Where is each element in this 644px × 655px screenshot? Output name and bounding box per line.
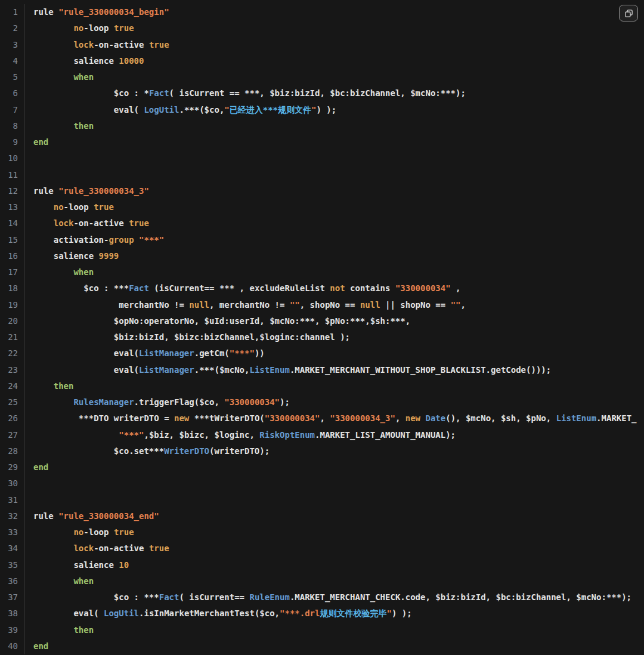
code-text	[24, 150, 644, 166]
code-token: .MARKET_MERCHANT_CHECK.code, $biz:bizId,…	[290, 592, 631, 602]
code-line: 22 eval(ListManager.getCm("***"))	[0, 345, 644, 362]
copy-icon	[624, 9, 633, 18]
line-number: 4	[0, 53, 24, 69]
code-token: .triggerFlag($co,	[134, 397, 225, 407]
code-token: .getCm(	[194, 348, 230, 358]
code-token: rule	[33, 186, 58, 196]
line-number: 28	[0, 443, 24, 459]
code-line: 2 no-loop true	[0, 20, 644, 36]
code-line: 27 "***",$biz, $bizc, $loginc, RiskOptEn…	[0, 427, 644, 443]
line-number: 34	[0, 540, 24, 557]
code-text: $co : ***Fact( isCurrent== RuleEnum.MARK…	[24, 589, 644, 605]
code-text: "***",$biz, $bizc, $loginc, RiskOptEnum.…	[24, 427, 644, 443]
code-token: .MARKET_MERCHANT_WITHOUT_SHOP_BLACKLIST.…	[290, 365, 551, 375]
code-text: RulesManager.triggerFlag($co, "330000034…	[24, 394, 644, 410]
code-text: then	[24, 378, 644, 394]
code-line: 33 no-loop true	[0, 524, 644, 540]
code-token: true	[114, 23, 134, 33]
code-token: $biz:bizId, $bizc:bizChannel,$loginc:cha…	[33, 332, 350, 342]
code-text: rule "rule_330000034_begin"	[24, 4, 644, 20]
code-text: end	[24, 134, 644, 150]
line-number: 33	[0, 524, 24, 540]
code-token	[33, 267, 73, 277]
code-token: LogUtil	[104, 608, 139, 618]
line-number: 10	[0, 150, 24, 166]
code-line: 1rule "rule_330000034_begin"	[0, 4, 644, 20]
code-text: eval( LogUtil.***($co,"已经进入***规则文件") );	[24, 102, 644, 118]
code-line: 17 when	[0, 264, 644, 280]
code-token: WriterDTO	[164, 446, 209, 456]
code-token: -loop	[64, 202, 94, 212]
code-token	[33, 121, 73, 131]
code-token: $co : ***	[33, 592, 159, 602]
code-line: 32rule "rule_330000034_end"	[0, 508, 644, 524]
code-token: 10	[119, 560, 129, 570]
code-token: true	[114, 527, 134, 537]
code-token: ) );	[316, 105, 336, 115]
code-token: salience	[33, 560, 119, 570]
code-token: Date	[426, 413, 446, 423]
code-text: rule "rule_330000034_end"	[24, 508, 644, 524]
code-token: ,	[460, 300, 465, 310]
line-number: 14	[0, 215, 24, 231]
code-line: 3 lock-on-active true	[0, 37, 644, 53]
code-text: salience 10000	[24, 53, 644, 69]
line-number: 2	[0, 20, 24, 36]
code-token: -loop	[83, 527, 114, 537]
line-number: 17	[0, 264, 24, 280]
code-token: lock	[54, 218, 74, 228]
code-token: null	[189, 300, 209, 310]
copy-button[interactable]	[619, 5, 638, 21]
code-token: -on-active	[94, 543, 149, 553]
line-number: 19	[0, 297, 24, 313]
code-token: ***DTO writerDTO =	[33, 413, 174, 423]
code-text: no-loop true	[24, 524, 644, 540]
code-token: merchantNo !=	[33, 300, 189, 310]
code-token: $co : ***	[33, 283, 129, 293]
code-text: when	[24, 69, 644, 85]
code-token: no	[73, 527, 83, 537]
line-number: 8	[0, 118, 24, 134]
line-number: 26	[0, 410, 24, 427]
code-token: ,$biz, $bizc, $loginc,	[144, 430, 259, 440]
line-number: 40	[0, 638, 24, 654]
line-number: 29	[0, 459, 24, 475]
code-line: 15 activation-group "***"	[0, 232, 644, 248]
code-token: (), $mcNo, $sh, $pNo,	[445, 413, 556, 423]
code-token: no	[54, 202, 64, 212]
line-number: 27	[0, 427, 24, 443]
line-number: 1	[0, 4, 24, 20]
code-token: ListManager	[139, 365, 194, 375]
code-line: 35 salience 10	[0, 557, 644, 573]
code-text: lock-on-active true	[24, 540, 644, 557]
code-token: (writerDTO);	[209, 446, 270, 456]
code-token: group	[109, 235, 134, 245]
code-token: salience	[33, 56, 119, 66]
code-text: eval( LogUtil.isInMarketMerchantTest($co…	[24, 605, 644, 622]
code-text: lock-on-active true	[24, 215, 644, 231]
code-token: rule	[33, 511, 58, 521]
code-token: "330000034"	[224, 397, 280, 407]
code-token: eval(	[33, 608, 104, 618]
code-line: 11	[0, 167, 644, 183]
code-line: 26 ***DTO writerDTO = new ***tWriterDTO(…	[0, 410, 644, 427]
code-line: 28 $co.set***WriterDTO(writerDTO);	[0, 443, 644, 459]
code-token	[420, 413, 425, 423]
code-text	[24, 492, 644, 508]
code-line: 30	[0, 475, 644, 492]
code-text: $co : ***Fact (isCurrent== *** , exclude…	[24, 280, 644, 296]
code-token: eval(	[33, 348, 139, 358]
code-token: "***.drl	[280, 608, 320, 618]
code-token: .***($mcNo,	[194, 365, 250, 375]
code-token: contains	[345, 283, 395, 293]
code-line: 21 $biz:bizId, $bizc:bizChannel,$loginc:…	[0, 329, 644, 345]
code-token: new	[174, 413, 189, 423]
code-token: eval(	[33, 365, 139, 375]
code-line: 25 RulesManager.triggerFlag($co, "330000…	[0, 394, 644, 410]
code-token: -loop	[83, 23, 114, 33]
code-token	[33, 527, 73, 537]
code-line: 10	[0, 150, 644, 166]
code-line: 24 then	[0, 378, 644, 394]
code-token: Fact	[129, 283, 149, 293]
line-number: 12	[0, 183, 24, 199]
